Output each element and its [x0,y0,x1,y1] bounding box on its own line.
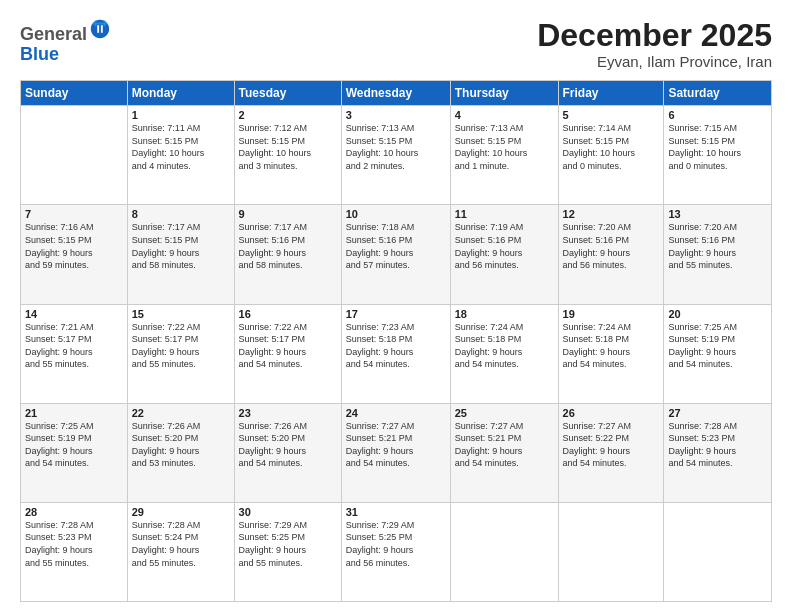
day-info: Sunrise: 7:13 AMSunset: 5:15 PMDaylight:… [455,122,554,172]
day-number: 13 [668,208,767,220]
day-number: 6 [668,109,767,121]
calendar-cell: 13Sunrise: 7:20 AMSunset: 5:16 PMDayligh… [664,205,772,304]
day-info: Sunrise: 7:20 AMSunset: 5:16 PMDaylight:… [668,221,767,271]
calendar-cell: 17Sunrise: 7:23 AMSunset: 5:18 PMDayligh… [341,304,450,403]
calendar-subtitle: Eyvan, Ilam Province, Iran [537,53,772,70]
calendar-cell: 31Sunrise: 7:29 AMSunset: 5:25 PMDayligh… [341,502,450,601]
calendar-week-row: 28Sunrise: 7:28 AMSunset: 5:23 PMDayligh… [21,502,772,601]
day-number: 9 [239,208,337,220]
day-info: Sunrise: 7:28 AMSunset: 5:23 PMDaylight:… [668,420,767,470]
day-number: 16 [239,308,337,320]
calendar-cell: 22Sunrise: 7:26 AMSunset: 5:20 PMDayligh… [127,403,234,502]
calendar-header-row: SundayMondayTuesdayWednesdayThursdayFrid… [21,81,772,106]
calendar-cell: 25Sunrise: 7:27 AMSunset: 5:21 PMDayligh… [450,403,558,502]
calendar-cell: 27Sunrise: 7:28 AMSunset: 5:23 PMDayligh… [664,403,772,502]
weekday-header: Thursday [450,81,558,106]
day-info: Sunrise: 7:16 AMSunset: 5:15 PMDaylight:… [25,221,123,271]
weekday-header: Monday [127,81,234,106]
day-info: Sunrise: 7:25 AMSunset: 5:19 PMDaylight:… [668,321,767,371]
calendar-cell: 10Sunrise: 7:18 AMSunset: 5:16 PMDayligh… [341,205,450,304]
page-header: General Blue December 2025 Eyvan, Ilam P… [20,18,772,70]
day-info: Sunrise: 7:19 AMSunset: 5:16 PMDaylight:… [455,221,554,271]
logo: General Blue [20,18,111,65]
weekday-header: Tuesday [234,81,341,106]
weekday-header: Wednesday [341,81,450,106]
day-info: Sunrise: 7:24 AMSunset: 5:18 PMDaylight:… [563,321,660,371]
day-number: 8 [132,208,230,220]
day-info: Sunrise: 7:24 AMSunset: 5:18 PMDaylight:… [455,321,554,371]
day-info: Sunrise: 7:17 AMSunset: 5:15 PMDaylight:… [132,221,230,271]
day-number: 19 [563,308,660,320]
calendar-week-row: 21Sunrise: 7:25 AMSunset: 5:19 PMDayligh… [21,403,772,502]
day-info: Sunrise: 7:28 AMSunset: 5:24 PMDaylight:… [132,519,230,569]
calendar-cell: 8Sunrise: 7:17 AMSunset: 5:15 PMDaylight… [127,205,234,304]
calendar-week-row: 7Sunrise: 7:16 AMSunset: 5:15 PMDaylight… [21,205,772,304]
calendar-week-row: 1Sunrise: 7:11 AMSunset: 5:15 PMDaylight… [21,106,772,205]
day-number: 11 [455,208,554,220]
weekday-header: Friday [558,81,664,106]
calendar-cell: 26Sunrise: 7:27 AMSunset: 5:22 PMDayligh… [558,403,664,502]
calendar-title: December 2025 [537,18,772,53]
calendar-cell: 21Sunrise: 7:25 AMSunset: 5:19 PMDayligh… [21,403,128,502]
day-number: 27 [668,407,767,419]
day-number: 18 [455,308,554,320]
day-number: 5 [563,109,660,121]
day-number: 21 [25,407,123,419]
logo-icon [89,18,111,40]
day-info: Sunrise: 7:15 AMSunset: 5:15 PMDaylight:… [668,122,767,172]
calendar-cell: 4Sunrise: 7:13 AMSunset: 5:15 PMDaylight… [450,106,558,205]
day-number: 4 [455,109,554,121]
day-number: 22 [132,407,230,419]
day-info: Sunrise: 7:26 AMSunset: 5:20 PMDaylight:… [239,420,337,470]
calendar-cell [21,106,128,205]
day-info: Sunrise: 7:21 AMSunset: 5:17 PMDaylight:… [25,321,123,371]
calendar-cell: 19Sunrise: 7:24 AMSunset: 5:18 PMDayligh… [558,304,664,403]
weekday-header: Saturday [664,81,772,106]
day-number: 3 [346,109,446,121]
day-number: 26 [563,407,660,419]
calendar-cell: 24Sunrise: 7:27 AMSunset: 5:21 PMDayligh… [341,403,450,502]
day-info: Sunrise: 7:17 AMSunset: 5:16 PMDaylight:… [239,221,337,271]
day-number: 31 [346,506,446,518]
day-number: 15 [132,308,230,320]
day-info: Sunrise: 7:14 AMSunset: 5:15 PMDaylight:… [563,122,660,172]
day-number: 10 [346,208,446,220]
calendar-cell: 12Sunrise: 7:20 AMSunset: 5:16 PMDayligh… [558,205,664,304]
day-number: 23 [239,407,337,419]
day-number: 30 [239,506,337,518]
day-info: Sunrise: 7:13 AMSunset: 5:15 PMDaylight:… [346,122,446,172]
calendar-cell: 16Sunrise: 7:22 AMSunset: 5:17 PMDayligh… [234,304,341,403]
calendar-cell: 2Sunrise: 7:12 AMSunset: 5:15 PMDaylight… [234,106,341,205]
calendar-cell: 15Sunrise: 7:22 AMSunset: 5:17 PMDayligh… [127,304,234,403]
day-info: Sunrise: 7:11 AMSunset: 5:15 PMDaylight:… [132,122,230,172]
day-info: Sunrise: 7:22 AMSunset: 5:17 PMDaylight:… [239,321,337,371]
day-info: Sunrise: 7:20 AMSunset: 5:16 PMDaylight:… [563,221,660,271]
logo-blue: Blue [20,44,59,64]
calendar-cell [558,502,664,601]
calendar-cell: 11Sunrise: 7:19 AMSunset: 5:16 PMDayligh… [450,205,558,304]
calendar-cell: 30Sunrise: 7:29 AMSunset: 5:25 PMDayligh… [234,502,341,601]
day-number: 25 [455,407,554,419]
day-number: 24 [346,407,446,419]
calendar-cell: 5Sunrise: 7:14 AMSunset: 5:15 PMDaylight… [558,106,664,205]
day-number: 17 [346,308,446,320]
logo-general: General [20,24,87,44]
day-number: 14 [25,308,123,320]
calendar-cell [664,502,772,601]
day-info: Sunrise: 7:18 AMSunset: 5:16 PMDaylight:… [346,221,446,271]
day-info: Sunrise: 7:29 AMSunset: 5:25 PMDaylight:… [346,519,446,569]
calendar-week-row: 14Sunrise: 7:21 AMSunset: 5:17 PMDayligh… [21,304,772,403]
day-info: Sunrise: 7:25 AMSunset: 5:19 PMDaylight:… [25,420,123,470]
day-info: Sunrise: 7:27 AMSunset: 5:22 PMDaylight:… [563,420,660,470]
calendar-cell: 14Sunrise: 7:21 AMSunset: 5:17 PMDayligh… [21,304,128,403]
calendar-cell: 7Sunrise: 7:16 AMSunset: 5:15 PMDaylight… [21,205,128,304]
calendar-table: SundayMondayTuesdayWednesdayThursdayFrid… [20,80,772,602]
day-number: 2 [239,109,337,121]
day-info: Sunrise: 7:22 AMSunset: 5:17 PMDaylight:… [132,321,230,371]
calendar-cell: 20Sunrise: 7:25 AMSunset: 5:19 PMDayligh… [664,304,772,403]
calendar-cell: 1Sunrise: 7:11 AMSunset: 5:15 PMDaylight… [127,106,234,205]
day-info: Sunrise: 7:26 AMSunset: 5:20 PMDaylight:… [132,420,230,470]
calendar-cell: 29Sunrise: 7:28 AMSunset: 5:24 PMDayligh… [127,502,234,601]
day-info: Sunrise: 7:27 AMSunset: 5:21 PMDaylight:… [455,420,554,470]
calendar-cell: 6Sunrise: 7:15 AMSunset: 5:15 PMDaylight… [664,106,772,205]
